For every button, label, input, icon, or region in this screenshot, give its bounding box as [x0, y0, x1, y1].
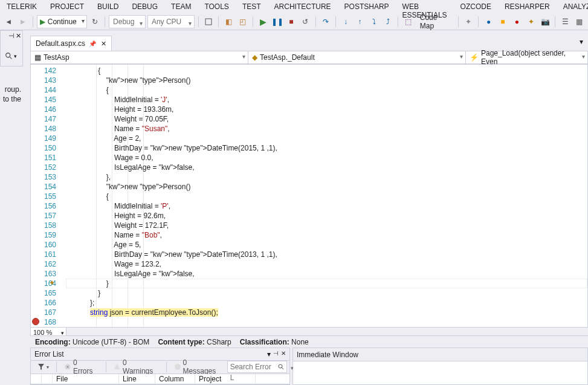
namespace-icon: ▦	[34, 53, 41, 62]
tool-icon[interactable]: ◰	[237, 15, 249, 28]
menu-telerik[interactable]: TELERIK	[0, 1, 44, 12]
menu-resharper[interactable]: RESHARPER	[498, 1, 557, 12]
oz-icon[interactable]: ■	[497, 15, 509, 28]
step-into-icon[interactable]: ↓	[340, 15, 352, 28]
codemap-label[interactable]: Code Map	[416, 13, 454, 30]
close-icon[interactable]: ✕	[101, 40, 106, 48]
tab-overflow[interactable]: ▾	[580, 37, 583, 46]
namespace-combo[interactable]: ▦ TestAsp	[31, 51, 248, 63]
menu-debug[interactable]: DEBUG	[125, 1, 164, 12]
menu-web essentials[interactable]: WEB ESSENTIALS	[396, 1, 454, 12]
menu-test[interactable]: TEST	[236, 1, 268, 12]
member-combo[interactable]: ⚡ Page_Load(object sender, Even	[466, 51, 587, 63]
restart-icon[interactable]: ↺	[299, 15, 311, 28]
svg-line-2	[10, 57, 12, 59]
immediate-window-panel: Immediate Window	[292, 348, 588, 385]
step-icon[interactable]: ⤵	[368, 15, 380, 28]
oz-icon[interactable]: ✦	[525, 15, 537, 28]
menu-build[interactable]: BUILD	[91, 1, 125, 12]
breakpoint-icon[interactable]	[32, 318, 39, 325]
menu-postsharp[interactable]: POSTSHARP	[338, 1, 396, 12]
forward-button[interactable]: ►	[16, 15, 28, 28]
menu-analyze[interactable]: ANALYZE	[557, 1, 588, 12]
tab-label: Default.aspx.cs	[36, 39, 85, 48]
main-toolbar: ◄ ► ▶Continue ↻ Debug Any CPU ◧ ◰ ▶ ❚❚ ■…	[0, 13, 588, 30]
svg-line-6	[282, 367, 283, 369]
errors-toggle[interactable]: 0 Errors	[60, 361, 103, 373]
search-icon[interactable]: ▾	[1, 50, 19, 62]
filter-button[interactable]: ▾	[33, 361, 53, 373]
panel-title: Immediate Window	[297, 351, 358, 359]
menu-ozcode[interactable]: OZCODE	[454, 1, 498, 12]
refresh-button[interactable]: ↻	[89, 15, 101, 28]
close-icon[interactable]: ✕	[16, 32, 21, 42]
step-out-icon[interactable]: ↑	[354, 15, 366, 28]
encoding-bar: Encoding: Unicode (UTF-8) - BOM Content …	[30, 335, 588, 348]
error-search-input[interactable]: Search Error L▾	[227, 361, 287, 373]
svg-point-1	[6, 53, 10, 57]
error-list-panel: Error List ▾ ⊣ ✕ ▾ 0 Errors 0 Warnings 0…	[30, 348, 290, 385]
code-editor[interactable]: ✦ 14214314414514614714814915015115215315…	[30, 64, 588, 328]
oz-icon[interactable]: ●	[511, 15, 523, 28]
immediate-input[interactable]	[293, 361, 587, 384]
menu-architecture[interactable]: ARCHITECTURE	[268, 1, 338, 12]
step-button[interactable]	[202, 15, 215, 28]
close-icon[interactable]: ✕	[281, 350, 286, 358]
menu-project[interactable]: PROJECT	[44, 1, 91, 12]
play-icon[interactable]: ▶	[257, 15, 269, 28]
config-combo[interactable]: Debug	[109, 15, 146, 28]
method-icon: ⚡	[470, 53, 479, 62]
camera-icon[interactable]: 📷	[539, 15, 551, 28]
grid-icon[interactable]: ▦	[573, 15, 586, 28]
pin-icon[interactable]: ⊣	[273, 350, 279, 358]
document-tab[interactable]: Default.aspx.cs 📌 ✕	[30, 36, 112, 51]
list-icon[interactable]: ☰	[559, 15, 571, 28]
warnings-toggle[interactable]: 0 Warnings	[109, 361, 163, 373]
truncated-text: roup.to the	[0, 85, 21, 104]
class-icon: ◆	[252, 53, 257, 62]
messages-toggle[interactable]: 0 Messages	[170, 361, 226, 373]
bulb-icon[interactable]: ✦	[49, 279, 55, 287]
menu-team[interactable]: TEAM	[164, 1, 198, 12]
svg-point-4	[175, 364, 181, 370]
back-button[interactable]: ◄	[2, 15, 15, 28]
pause-icon[interactable]: ❚❚	[271, 15, 283, 28]
document-tab-well: Default.aspx.cs 📌 ✕	[30, 35, 112, 51]
platform-combo[interactable]: Any CPU	[147, 15, 195, 28]
svg-rect-0	[205, 19, 212, 25]
step-over-icon[interactable]: ↷	[319, 15, 331, 28]
oz-icon[interactable]: ✦	[462, 15, 474, 28]
step-icon[interactable]: ⤴	[382, 15, 394, 28]
panel-title: Error List	[34, 350, 64, 358]
bottom-panels: Error List ▾ ⊣ ✕ ▾ 0 Errors 0 Warnings 0…	[30, 348, 588, 385]
codemap-icon[interactable]: ⬚	[402, 15, 414, 28]
code-nav-bar: ▦ TestAsp ◆ TestAsp._Default ⚡ Page_Load…	[30, 51, 588, 64]
continue-button[interactable]: ▶Continue	[37, 15, 87, 28]
oz-icon[interactable]: ●	[482, 15, 494, 28]
tool-icon[interactable]: ◧	[222, 15, 234, 28]
pin-icon[interactable]: ⊣	[8, 32, 15, 42]
menu-bar: TELERIKPROJECTBUILDDEBUGTEAMTOOLSTESTARC…	[0, 0, 588, 13]
stop-icon[interactable]: ■	[285, 15, 297, 28]
menu-tools[interactable]: TOOLS	[198, 1, 235, 12]
class-combo[interactable]: ◆ TestAsp._Default	[248, 51, 466, 63]
dropdown-icon[interactable]: ▾	[267, 350, 271, 358]
pin-icon[interactable]: 📌	[89, 40, 96, 47]
